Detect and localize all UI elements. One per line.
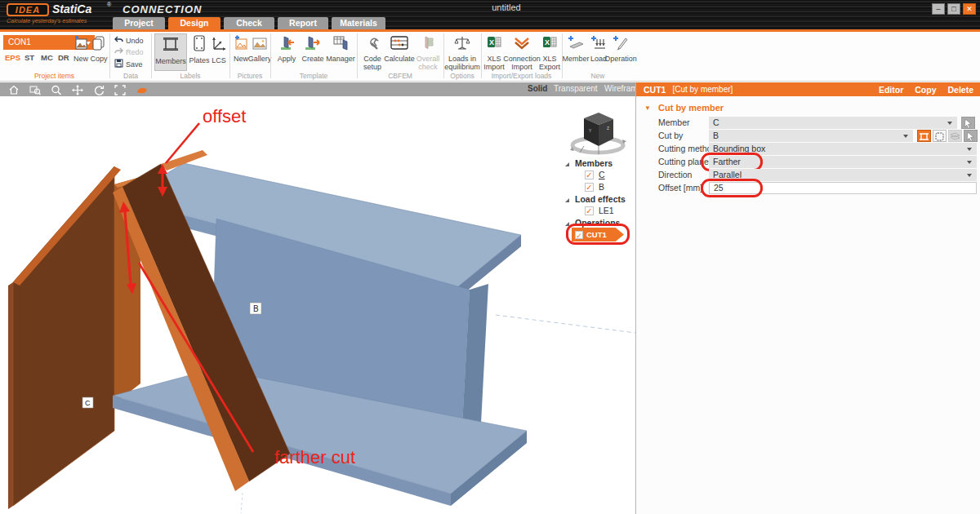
template-create-button[interactable]: Create (300, 35, 326, 64)
pan-icon[interactable] (72, 84, 83, 95)
new-member-button[interactable]: Member (563, 35, 589, 64)
calculate-button[interactable]: Calculate (385, 35, 414, 64)
type-st[interactable]: ST (24, 53, 34, 62)
rotate-icon[interactable] (93, 84, 105, 95)
ribbon-group-labels: Members Plates LCS Labels (152, 32, 229, 81)
labels-members-toggle[interactable]: Members (154, 33, 187, 71)
connection-import-button[interactable]: Connection Import (506, 35, 538, 71)
farther-cut-annotation-text: farther cut (274, 447, 355, 467)
copy-icon (91, 35, 107, 55)
xls-import-icon: X (486, 35, 502, 55)
cut-by-mesh-mode-button[interactable] (948, 130, 962, 142)
save-icon (114, 59, 123, 69)
tree-group-load-effects[interactable]: Load effects (575, 194, 626, 204)
new-project-item-button[interactable]: New (72, 35, 90, 64)
chevron-down-icon (947, 122, 952, 125)
picture-new-button[interactable]: New (232, 35, 250, 64)
new-picture-icon (73, 35, 89, 55)
picture-gallery-button[interactable]: Gallery (250, 35, 270, 64)
document-title: untitled (408, 2, 604, 12)
redo-icon (114, 47, 123, 57)
fit-view-icon[interactable] (114, 84, 126, 95)
weld-display-icon[interactable] (136, 84, 147, 95)
svg-text:X: X (545, 38, 550, 47)
group-label: Import/Export loads (482, 72, 561, 80)
xls-export-button[interactable]: X XLS Export (538, 35, 561, 71)
labels-lcs-toggle[interactable]: LCS (209, 33, 229, 71)
svg-text:C: C (85, 399, 91, 407)
checkbox-member-c[interactable]: ✓ (585, 171, 594, 179)
zoom-icon[interactable] (51, 84, 62, 95)
cut-by-dropdown[interactable]: B (709, 130, 913, 142)
overall-check-button[interactable]: Overall check (414, 35, 442, 71)
template-manager-button[interactable]: Manager (327, 35, 354, 64)
new-operation-button[interactable]: Operation (608, 35, 633, 64)
operation-title: CUT1 (644, 85, 666, 95)
editor-button[interactable]: Editor (879, 85, 903, 95)
xls-import-button[interactable]: X XLS Import (483, 35, 506, 71)
redo-button[interactable]: Redo (114, 47, 144, 57)
delete-operation-button[interactable]: Delete (947, 85, 973, 95)
wrench-icon (363, 35, 381, 55)
zoom-window-icon[interactable] (29, 84, 41, 95)
axis-dashed-line (496, 315, 635, 333)
member-label: Member (658, 117, 690, 129)
type-mc[interactable]: MC (41, 53, 53, 62)
svg-text:Z: Z (607, 126, 609, 131)
member-pick-button[interactable] (961, 117, 975, 129)
tab-report[interactable]: Report (278, 17, 328, 29)
tab-materials[interactable]: Materials (332, 17, 385, 29)
statica-logo-text: StatiCa (52, 2, 91, 16)
tree-group-members[interactable]: Members (575, 158, 612, 168)
tree-item-member-b[interactable]: B (599, 182, 604, 192)
maximize-button[interactable]: □ (947, 3, 960, 15)
home-view-icon[interactable] (8, 84, 20, 95)
minimize-button[interactable]: – (932, 3, 945, 15)
cut-by-plate-mode-button[interactable] (933, 130, 947, 142)
viewport-3d[interactable]: B C offset farther cut (0, 96, 635, 514)
code-setup-button[interactable]: Code setup (359, 35, 385, 71)
lcs-icon (210, 33, 228, 56)
close-button[interactable]: ✕ (963, 3, 976, 15)
member-dropdown[interactable]: C (709, 117, 957, 129)
section-title: Cut by member (658, 103, 724, 113)
direction-label: Direction (658, 169, 692, 181)
checkbox-member-b[interactable]: ✓ (585, 183, 594, 192)
tab-check[interactable]: Check (224, 17, 274, 29)
tab-design[interactable]: Design (168, 17, 220, 29)
checkbox-le1[interactable]: ✓ (585, 206, 594, 215)
section-collapse-icon[interactable]: ▼ (644, 104, 651, 112)
save-button[interactable]: Save (114, 59, 143, 69)
group-label: Pictures (230, 72, 270, 80)
registered-mark: ® (107, 2, 111, 7)
plates-icon (190, 33, 208, 56)
tab-project[interactable]: Project (113, 17, 165, 29)
copy-project-item-button[interactable]: Copy (90, 35, 108, 64)
cut-by-member-mode-button[interactable] (917, 130, 931, 142)
navigation-cube[interactable]: Y Z (568, 108, 627, 158)
title-bar: IDEA StatiCa ® CONNECTION Calculate yest… (0, 0, 980, 29)
group-label: CBFEM (358, 72, 443, 80)
template-apply-button[interactable]: Apply (274, 35, 299, 64)
load-effects-expander[interactable] (565, 198, 569, 202)
copy-operation-button[interactable]: Copy (915, 85, 936, 95)
view-mode-transparent[interactable]: Transparent (554, 84, 598, 93)
project-item-name: CON1 (8, 38, 31, 47)
cut-by-pick-button[interactable] (964, 130, 978, 142)
undo-button[interactable]: Undo (114, 36, 144, 46)
labels-plates-toggle[interactable]: Plates (189, 33, 210, 71)
view-mode-solid[interactable]: Solid (528, 84, 547, 93)
offset-annotation-ring (701, 179, 763, 197)
tree-item-member-c[interactable]: C (599, 170, 605, 179)
tree-item-le1[interactable]: LE1 (599, 206, 614, 215)
new-load-icon (590, 35, 608, 55)
loads-in-equilibrium-button[interactable]: Loads in equilibrium (444, 35, 480, 71)
operation-header: CUT1 [Cut by member] Editor Copy Delete (636, 82, 980, 96)
viewport-toolbar: Solid Transparent Wireframe (0, 82, 635, 96)
ribbon-separator (109, 33, 110, 78)
group-label: Labels (152, 72, 229, 80)
ribbon-group-new: Member Load Operation New (563, 32, 633, 81)
type-dr[interactable]: DR (58, 53, 69, 62)
members-expander[interactable] (565, 162, 569, 166)
type-eps[interactable]: EPS (5, 53, 20, 62)
